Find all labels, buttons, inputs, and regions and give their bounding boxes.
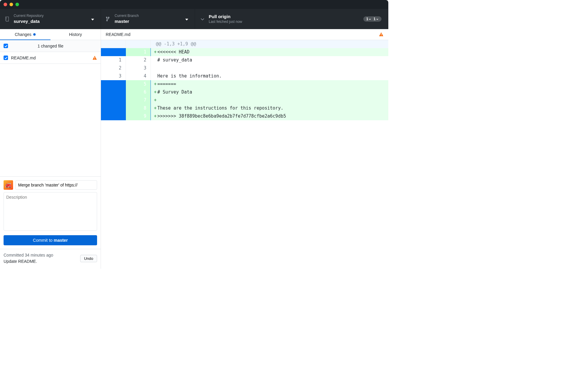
commit-form: 🚒 Commit to master: [0, 176, 101, 249]
sync-badge: 1 1: [363, 16, 381, 22]
fullscreen-window-button[interactable]: [15, 3, 19, 6]
old-line-number: [101, 80, 126, 88]
diff-line[interactable]: 7+: [101, 96, 388, 104]
pull-subtitle: Last fetched just now: [209, 20, 242, 24]
svg-rect-5: [381, 34, 381, 35]
diff-line-text: +<<<<<<< HEAD: [151, 48, 388, 56]
file-name: README.md: [11, 56, 92, 60]
diff-line[interactable]: 8+These are the instructions for this re…: [101, 104, 388, 112]
old-line-number: [101, 48, 126, 56]
new-line-number: 1: [126, 48, 151, 56]
diff-filename: README.md: [106, 32, 379, 37]
repo-selector[interactable]: Current Repository survey_data: [0, 9, 101, 29]
chevron-down-icon: [91, 17, 94, 21]
window-controls: [4, 3, 19, 6]
diff-line-text: +: [151, 96, 388, 104]
diff-body[interactable]: @@ -1,3 +1,9 @@1+<<<<<<< HEAD12 # survey…: [101, 40, 388, 120]
old-line-number: [101, 88, 126, 96]
new-line-number: 7: [126, 96, 151, 104]
window-titlebar: [0, 0, 388, 9]
new-line-number: 5: [126, 80, 151, 88]
behind-count: 1: [366, 17, 368, 21]
old-line-number: 3: [101, 72, 126, 80]
warning-icon: [379, 32, 384, 37]
old-line-number: [101, 96, 126, 104]
diff-line-text: +# Survey Data: [151, 88, 388, 96]
old-line-number: 1: [101, 56, 126, 64]
diff-line-text: +=======: [151, 80, 388, 88]
last-commit-message: Update README.: [4, 258, 80, 265]
diff-line[interactable]: 5+=======: [101, 80, 388, 88]
diff-pane: README.md @@ -1,3 +1,9 @@1+<<<<<<< HEAD1…: [101, 29, 388, 269]
old-line-number: [101, 112, 126, 120]
diff-line[interactable]: 9+>>>>>>> 38f889bec8e6ba9eda2b7fe7d778cf…: [101, 112, 388, 120]
minimize-window-button[interactable]: [10, 3, 13, 6]
diff-line-text: +These are the instructions for this rep…: [151, 104, 388, 112]
last-commit-time: Committed 34 minutes ago: [4, 252, 80, 258]
changed-files-count: 1 changed file: [11, 44, 90, 48]
arrow-down-icon: [376, 18, 379, 20]
branch-selector[interactable]: Current Branch master: [101, 9, 195, 29]
tab-changes[interactable]: Changes: [0, 29, 50, 40]
file-checkbox[interactable]: [4, 56, 8, 60]
ahead-count: 1: [373, 17, 376, 21]
new-line-number: 2: [126, 56, 151, 64]
commit-button-prefix: Commit to: [33, 238, 54, 243]
diff-line[interactable]: 6+# Survey Data: [101, 88, 388, 96]
diff-file-header: README.md: [101, 29, 388, 40]
sidebar-tabs: Changes History: [0, 29, 101, 40]
sidebar: Changes History 1 changed file README.md…: [0, 29, 101, 269]
pull-title: Pull origin: [209, 14, 242, 20]
commit-description-input[interactable]: [4, 192, 97, 231]
close-window-button[interactable]: [4, 3, 7, 6]
diff-hunk-header: @@ -1,3 +1,9 @@: [101, 40, 388, 48]
new-line-number: 3: [126, 64, 151, 72]
download-arrow-icon: [200, 16, 205, 22]
tab-changes-label: Changes: [15, 32, 31, 37]
svg-rect-2: [6, 19, 7, 20]
diff-line[interactable]: 12 # survey_data: [101, 56, 388, 64]
last-commit-footer: Committed 34 minutes ago Update README. …: [0, 249, 101, 269]
repo-icon: [5, 16, 10, 22]
new-line-number: 9: [126, 112, 151, 120]
warning-icon: [92, 56, 97, 60]
select-all-checkbox[interactable]: [4, 44, 8, 48]
diff-line-text: +>>>>>>> 38f889bec8e6ba9eda2b7fe7d778cfb…: [151, 112, 388, 120]
avatar: 🚒: [4, 180, 13, 190]
repo-label: Current Repository: [14, 14, 44, 18]
top-toolbar: Current Repository survey_data Current B…: [0, 9, 388, 29]
svg-rect-4: [94, 59, 95, 59]
new-line-number: 6: [126, 88, 151, 96]
changes-indicator-dot: [33, 33, 36, 36]
arrow-down-icon: [369, 18, 371, 20]
diff-line-text: Here is the information.: [151, 72, 388, 80]
diff-line[interactable]: 23: [101, 64, 388, 72]
svg-rect-0: [6, 17, 7, 18]
tab-history[interactable]: History: [50, 29, 101, 40]
diff-line[interactable]: 34 Here is the information.: [101, 72, 388, 80]
commit-summary-input[interactable]: [15, 180, 97, 190]
file-row[interactable]: README.md: [0, 52, 101, 64]
svg-rect-1: [6, 18, 7, 19]
tab-history-label: History: [69, 32, 82, 37]
diff-line[interactable]: 1+<<<<<<< HEAD: [101, 48, 388, 56]
changed-files-header: 1 changed file: [0, 40, 101, 52]
old-line-number: [101, 104, 126, 112]
new-line-number: 4: [126, 72, 151, 80]
branch-name: master: [115, 18, 139, 24]
old-line-number: 2: [101, 64, 126, 72]
svg-rect-3: [94, 57, 95, 59]
svg-rect-6: [381, 35, 381, 36]
diff-line-text: [151, 64, 388, 72]
diff-line-text: # survey_data: [151, 56, 388, 64]
repo-name: survey_data: [14, 18, 44, 24]
chevron-down-icon: [185, 17, 188, 21]
branch-icon: [106, 16, 111, 22]
undo-button[interactable]: Undo: [80, 255, 97, 262]
pull-button[interactable]: Pull origin Last fetched just now 1 1: [195, 9, 388, 29]
commit-button[interactable]: Commit to master: [4, 235, 97, 245]
new-line-number: 8: [126, 104, 151, 112]
file-list: README.md: [0, 52, 101, 64]
commit-button-branch: master: [54, 238, 68, 243]
branch-label: Current Branch: [115, 14, 139, 18]
